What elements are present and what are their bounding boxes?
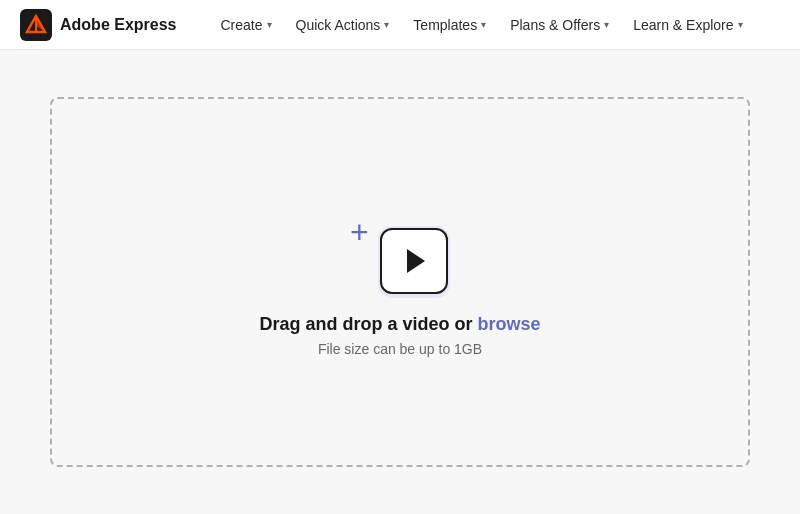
file-size-hint: File size can be up to 1GB [259, 341, 540, 357]
chevron-down-icon: ▾ [738, 19, 743, 30]
adobe-express-logo-icon [20, 9, 52, 41]
nav-item-templates[interactable]: Templates ▾ [403, 11, 496, 39]
nav-items: Create ▾ Quick Actions ▾ Templates ▾ Pla… [210, 11, 780, 39]
browse-link[interactable]: browse [478, 314, 541, 334]
nav-item-plans[interactable]: Plans & Offers ▾ [500, 11, 619, 39]
drop-zone-text: Drag and drop a video or browse File siz… [259, 314, 540, 357]
nav-item-learn[interactable]: Learn & Explore ▾ [623, 11, 752, 39]
chevron-down-icon: ▾ [267, 19, 272, 30]
nav-item-create[interactable]: Create ▾ [210, 11, 281, 39]
nav-create-label: Create [220, 17, 262, 33]
chevron-down-icon: ▾ [604, 19, 609, 30]
drag-drop-text-start: Drag and drop a video or [259, 314, 477, 334]
nav-templates-label: Templates [413, 17, 477, 33]
nav-item-quick-actions[interactable]: Quick Actions ▾ [286, 11, 400, 39]
upload-icon-area: + [350, 208, 450, 298]
chevron-down-icon: ▾ [384, 19, 389, 30]
video-play-icon [380, 228, 448, 294]
navbar: Adobe Express Create ▾ Quick Actions ▾ T… [0, 0, 800, 50]
logo-text: Adobe Express [60, 16, 176, 34]
nav-quick-actions-label: Quick Actions [296, 17, 381, 33]
chevron-down-icon: ▾ [481, 19, 486, 30]
logo-area[interactable]: Adobe Express [20, 9, 176, 41]
plus-icon: + [350, 216, 369, 248]
play-triangle-icon [407, 249, 425, 273]
main-content: + Drag and drop a video or browse File s… [0, 50, 800, 514]
drop-zone-main-text: Drag and drop a video or browse [259, 314, 540, 335]
video-drop-zone[interactable]: + Drag and drop a video or browse File s… [50, 97, 750, 467]
nav-plans-label: Plans & Offers [510, 17, 600, 33]
nav-learn-label: Learn & Explore [633, 17, 733, 33]
